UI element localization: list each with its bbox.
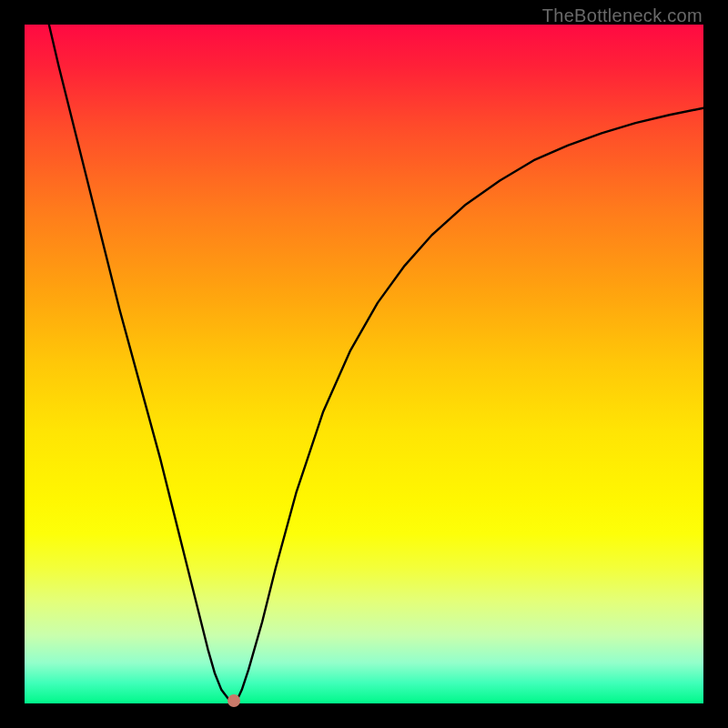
watermark-text: TheBottleneck.com <box>542 5 703 26</box>
minimum-marker <box>228 694 240 707</box>
chart-plot-area <box>25 25 703 703</box>
bottleneck-curve <box>25 25 703 703</box>
